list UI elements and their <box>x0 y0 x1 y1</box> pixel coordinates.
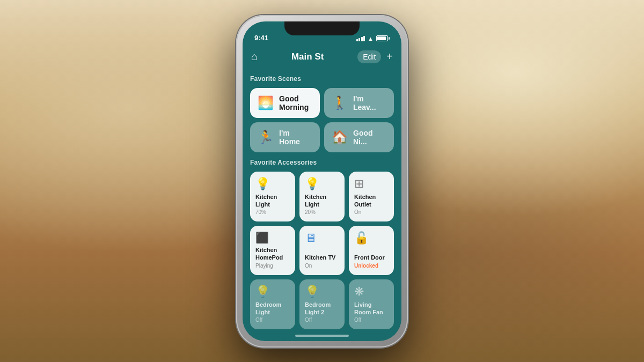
nav-bar: ⌂ Main St Edit + <box>243 45 401 69</box>
edit-button[interactable]: Edit <box>357 50 381 63</box>
good-morning-icon: 🌅 <box>258 95 274 110</box>
accessory-kitchen-light-1[interactable]: 💡 Kitchen Light 70% <box>250 172 295 222</box>
kitchen-light-2-icon: 💡 <box>305 177 339 191</box>
im-home-label: I'm Home <box>279 129 312 146</box>
phone-screen: 9:41 ▲ ⌂ Main St Edit <box>243 21 401 341</box>
im-leaving-icon: 🚶 <box>332 95 348 110</box>
bedroom-light-2-name: Bedroom Light 2 <box>305 301 339 316</box>
home-icon[interactable]: ⌂ <box>251 50 258 63</box>
kitchen-light-2-name: Kitchen Light <box>305 193 339 209</box>
kitchen-tv-name: Kitchen TV <box>305 254 339 261</box>
home-indicator-bar <box>295 335 349 337</box>
kitchen-light-1-name: Kitchen Light <box>255 193 290 209</box>
kitchen-outlet-status: On <box>354 209 389 215</box>
scene-good-morning[interactable]: 🌅 Good Morning <box>250 88 320 118</box>
accessory-kitchen-tv[interactable]: 🖥 Kitchen TV On <box>299 226 345 275</box>
bedroom-light-name: Bedroom Light <box>255 301 290 316</box>
good-morning-label: Good Morning <box>279 94 312 112</box>
bedroom-light-status: Off <box>255 317 290 323</box>
im-home-icon: 🏃 <box>258 130 274 145</box>
kitchen-homepod-status: Playing <box>255 263 290 269</box>
nav-title: Main St <box>291 51 324 62</box>
scene-im-home[interactable]: 🏃 I'm Home <box>250 122 320 152</box>
front-door-name: Front Door <box>354 254 389 261</box>
bedroom-light-2-status: Off <box>305 317 339 323</box>
scroll-content[interactable]: Favorite Scenes 🌅 Good Morning 🚶 I'm Lea… <box>243 69 401 330</box>
scenes-section-label: Favorite Scenes <box>250 75 394 83</box>
nav-actions: Edit + <box>357 50 393 63</box>
accessory-front-door[interactable]: 🔓 Front Door Unlocked <box>349 226 394 275</box>
front-door-status: Unlocked <box>354 263 389 269</box>
good-night-icon: 🏠 <box>332 130 348 145</box>
phone-notch <box>284 21 360 35</box>
kitchen-outlet-name: Kitchen Outlet <box>354 193 389 209</box>
im-leaving-label: I'm Leav... <box>353 94 386 112</box>
living-room-fan-status: Off <box>354 317 389 323</box>
front-door-icon: 🔓 <box>354 231 389 245</box>
kitchen-homepod-icon: ⬛ <box>255 231 290 244</box>
accessory-kitchen-homepod[interactable]: ⬛ Kitchen HomePod Playing <box>250 226 295 275</box>
bedroom-light-icon: 💡 <box>255 285 290 299</box>
scene-im-leaving[interactable]: 🚶 I'm Leav... <box>324 88 394 118</box>
status-icons: ▲ <box>356 35 390 43</box>
accessories-grid: 💡 Kitchen Light 70% 💡 Kitchen Light 20% <box>250 172 394 330</box>
living-room-fan-icon: ❋ <box>354 285 389 299</box>
phone-frame: 9:41 ▲ ⌂ Main St Edit <box>236 15 408 348</box>
accessory-kitchen-light-2[interactable]: 💡 Kitchen Light 20% <box>299 172 345 222</box>
scenes-grid: 🌅 Good Morning 🚶 I'm Leav... 🏃 I'm Home <box>250 88 394 152</box>
signal-icon <box>356 36 365 41</box>
kitchen-outlet-icon: ⊞ <box>354 177 389 191</box>
accessory-bedroom-light-2[interactable]: 💡 Bedroom Light 2 Off <box>299 279 345 330</box>
accessory-bedroom-light[interactable]: 💡 Bedroom Light Off <box>250 279 295 330</box>
status-time: 9:41 <box>254 34 268 43</box>
phone-device: 9:41 ▲ ⌂ Main St Edit <box>236 15 408 348</box>
scene-good-night[interactable]: 🏠 Good Ni... <box>324 122 394 152</box>
kitchen-light-1-status: 70% <box>255 209 290 215</box>
kitchen-light-1-icon: 💡 <box>255 177 290 191</box>
home-indicator <box>243 330 401 341</box>
add-button[interactable]: + <box>386 50 393 63</box>
kitchen-tv-icon: 🖥 <box>305 231 339 245</box>
living-room-fan-name: Living Room Fan <box>354 301 389 316</box>
accessories-section-label: Favorite Accessories <box>250 159 394 166</box>
wifi-icon: ▲ <box>368 35 374 42</box>
kitchen-tv-status: On <box>305 263 339 269</box>
kitchen-light-2-status: 20% <box>305 209 339 215</box>
accessory-living-room-fan[interactable]: ❋ Living Room Fan Off <box>349 279 394 330</box>
battery-icon <box>376 35 390 41</box>
kitchen-homepod-name: Kitchen HomePod <box>255 246 290 262</box>
good-night-label: Good Ni... <box>353 129 386 146</box>
accessory-kitchen-outlet[interactable]: ⊞ Kitchen Outlet On <box>349 172 394 222</box>
bedroom-light-2-icon: 💡 <box>305 285 339 299</box>
